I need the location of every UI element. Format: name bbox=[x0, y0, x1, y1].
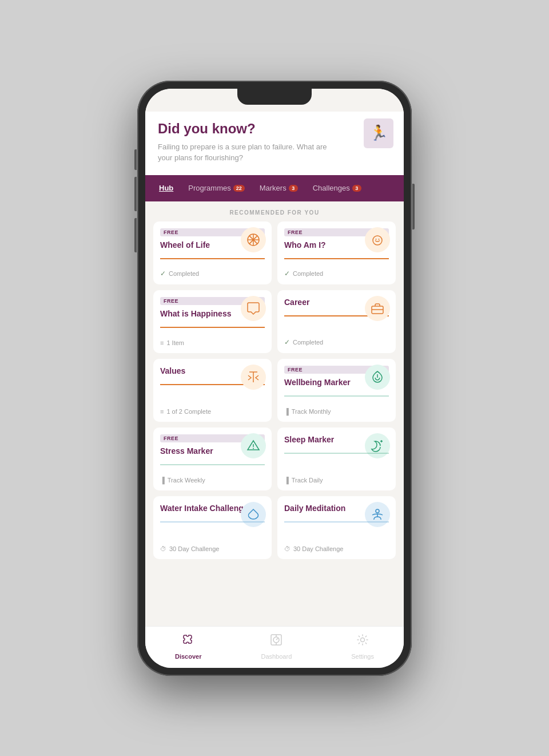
bottom-nav-discover[interactable]: Discover bbox=[175, 632, 201, 660]
card-career[interactable]: Career ✓ Completed bbox=[277, 290, 396, 353]
bottom-nav: Discover Dashboard bbox=[145, 626, 404, 668]
page-title: Did you know? bbox=[158, 121, 391, 137]
bar-chart-icon: ▐ bbox=[160, 477, 165, 484]
section-label: RECOMMENDED FOR YOU bbox=[145, 201, 404, 221]
nav-tabs-bar: Hub Programmes 22 Markers 3 Challenges 3 bbox=[145, 175, 404, 201]
card-wellbeing-marker[interactable]: FREE Wellbeing Marker ▐ Track Monthly bbox=[277, 359, 396, 422]
card-divider bbox=[160, 327, 265, 328]
card-status: ✓ Completed bbox=[160, 270, 265, 284]
dashboard-label: Dashboard bbox=[261, 653, 292, 660]
markers-badge: 3 bbox=[289, 185, 298, 192]
card-values[interactable]: Values ≡ 1 of 2 Complete bbox=[153, 359, 272, 422]
card-sleep-marker[interactable]: Sleep Marker ▐ Track Daily bbox=[277, 428, 396, 490]
card-icon bbox=[365, 296, 390, 321]
card-wheel-of-life[interactable]: FREE Wheel of Life ✓ bbox=[153, 221, 272, 284]
card-status: ⏱ 30 Day Challenge bbox=[284, 545, 389, 559]
list-icon: ≡ bbox=[160, 339, 164, 346]
card-icon bbox=[241, 296, 266, 321]
clock-icon: ⏱ bbox=[284, 545, 291, 552]
card-status: ≡ 1 of 2 Complete bbox=[160, 408, 265, 422]
settings-label: Settings bbox=[351, 653, 374, 660]
card-icon bbox=[241, 227, 266, 252]
svg-point-7 bbox=[376, 239, 377, 240]
card-divider bbox=[284, 395, 389, 397]
card-divider bbox=[160, 521, 265, 523]
card-status: ▐ Track Monthly bbox=[284, 408, 389, 422]
bottom-nav-settings[interactable]: Settings bbox=[351, 632, 374, 660]
card-icon bbox=[241, 433, 266, 458]
dashboard-icon bbox=[269, 632, 284, 651]
card-icon bbox=[365, 433, 390, 458]
card-status: ≡ 1 Item bbox=[160, 339, 265, 353]
card-status: ▐ Track Weekly bbox=[160, 477, 265, 490]
check-icon: ✓ bbox=[284, 338, 290, 346]
card-what-is-happiness[interactable]: FREE What is Happiness ≡ 1 Item bbox=[153, 290, 272, 353]
card-who-am-i[interactable]: FREE Who Am I? ✓ Completed bbox=[277, 221, 396, 284]
phone-frame: 🏃 Did you know? Failing to prepare is a … bbox=[137, 81, 412, 676]
programmes-badge: 22 bbox=[233, 185, 245, 192]
tab-programmes[interactable]: Programmes 22 bbox=[182, 180, 250, 196]
svg-point-17 bbox=[376, 509, 379, 513]
card-status: ▐ Track Daily bbox=[284, 477, 389, 490]
card-icon bbox=[365, 365, 390, 390]
card-divider bbox=[284, 521, 389, 523]
card-divider bbox=[160, 258, 265, 259]
challenges-badge: 3 bbox=[352, 185, 361, 192]
header-section: 🏃 Did you know? Failing to prepare is a … bbox=[145, 112, 404, 175]
discover-label: Discover bbox=[175, 653, 201, 660]
svg-point-23 bbox=[361, 638, 365, 642]
screen-content: 🏃 Did you know? Failing to prepare is a … bbox=[145, 89, 404, 626]
card-icon bbox=[241, 365, 266, 390]
card-status: ✓ Completed bbox=[284, 270, 389, 284]
card-divider bbox=[284, 453, 389, 454]
bar-chart-icon: ▐ bbox=[284, 477, 289, 484]
page-subtitle: Failing to prepare is a sure plan to fai… bbox=[158, 141, 333, 164]
tab-hub[interactable]: Hub bbox=[153, 180, 179, 196]
check-icon: ✓ bbox=[284, 270, 290, 278]
card-icon bbox=[241, 502, 266, 527]
clock-icon: ⏱ bbox=[160, 545, 166, 552]
card-water-intake[interactable]: Water Intake Challenge ⏱ 30 Day Challeng… bbox=[153, 496, 272, 559]
tab-markers[interactable]: Markers 3 bbox=[254, 180, 304, 196]
tab-challenges[interactable]: Challenges 3 bbox=[307, 180, 367, 196]
card-status: ✓ Completed bbox=[284, 338, 389, 353]
svg-point-8 bbox=[379, 239, 380, 240]
card-icon bbox=[365, 502, 390, 527]
card-icon bbox=[365, 227, 390, 252]
card-status: ⏱ 30 Day Challenge bbox=[160, 545, 265, 559]
svg-point-16 bbox=[253, 448, 254, 449]
gear-icon bbox=[355, 632, 370, 651]
list-icon: ≡ bbox=[160, 408, 164, 415]
cards-grid: FREE Wheel of Life ✓ bbox=[145, 221, 404, 567]
card-daily-meditation[interactable]: Daily Meditation ⏱ 30 Day Challenge bbox=[277, 496, 396, 559]
card-divider bbox=[160, 464, 265, 465]
check-icon: ✓ bbox=[160, 270, 166, 278]
phone-notch bbox=[237, 89, 312, 105]
svg-text:🏃: 🏃 bbox=[369, 124, 388, 142]
card-divider bbox=[284, 258, 389, 259]
puzzle-icon bbox=[181, 632, 196, 651]
phone-screen: 🏃 Did you know? Failing to prepare is a … bbox=[145, 89, 404, 668]
bottom-nav-dashboard[interactable]: Dashboard bbox=[261, 632, 292, 660]
card-stress-marker[interactable]: FREE Stress Marker ▐ Track Weekly bbox=[153, 428, 272, 490]
bar-chart-icon: ▐ bbox=[284, 408, 289, 415]
app-logo: 🏃 bbox=[364, 118, 393, 148]
